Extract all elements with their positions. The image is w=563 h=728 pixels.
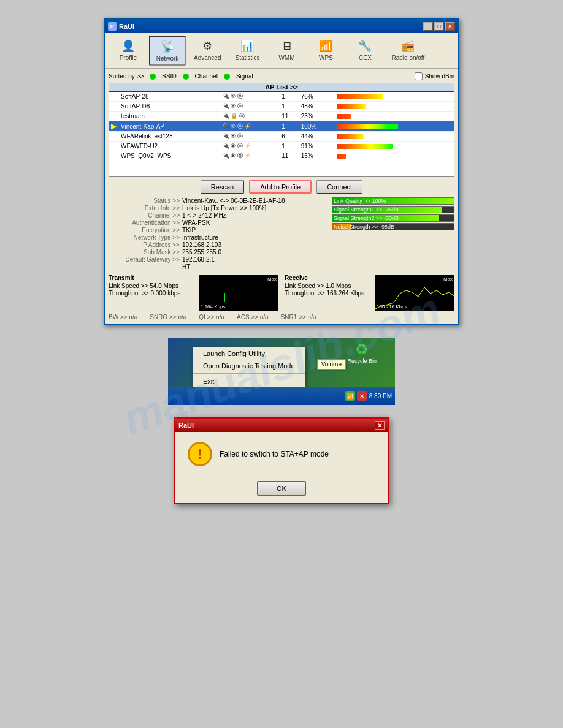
network-content: Sorted by >> SSID Channel Signal Show dB…	[105, 69, 458, 324]
network-type-label: Network Type >>	[109, 234, 182, 241]
subnet-value: 255.255.255.0	[182, 249, 327, 256]
error-dialog-container: RaUI ✕ ! Failed to switch to STA+AP mode…	[174, 417, 389, 504]
radio-icon: 📻	[399, 39, 416, 53]
table-row[interactable]: testroam 🔌 🔒 ⓝ 11 23%	[109, 112, 454, 121]
rescan-button[interactable]: Rescan	[201, 180, 244, 194]
auth-label: Authentication >>	[109, 219, 182, 226]
signal-dot	[224, 74, 230, 80]
ht-value: HT	[182, 264, 327, 270]
radio-tab[interactable]: 📻 Radio on/off	[386, 36, 430, 66]
encryption-label: Encryption >>	[109, 227, 182, 233]
taskbar-section: ♻ Recycle Bin Launch Config Utility Open…	[168, 338, 395, 405]
signal-strength2-bar: Signal Strength2 >> -33dB	[332, 214, 454, 222]
open-diagnostic-item[interactable]: Open Diagnostic Testing Mode	[193, 360, 305, 372]
ap-table-container[interactable]: SoftAP-28 🔌 ⑥ ⓝ 1 76% SoftAP-D8 🔌 ⑥ ⓝ	[109, 91, 454, 177]
show-dbm-checkbox[interactable]	[415, 72, 423, 80]
channel-dot	[183, 74, 189, 80]
signal-cell: 23%	[299, 112, 335, 121]
ssid-cell: SoftAP-D8	[119, 102, 221, 112]
connect-button[interactable]: Connect	[316, 180, 362, 194]
dialog-footer: OK	[175, 476, 388, 503]
extra-info-label: Extra Info >>	[109, 205, 182, 211]
signal-cell: 91%	[299, 142, 335, 151]
signal-cell: 76%	[299, 92, 335, 102]
icons-cell: 🔌 ⑥ ⓝ ⚡	[221, 121, 280, 132]
bw-label: BW >> n/a	[109, 314, 137, 320]
advanced-tab[interactable]: ⚙ Advanced	[188, 36, 226, 66]
profile-tab[interactable]: 👤 Profile	[110, 36, 147, 66]
channel-cell: 1	[280, 92, 299, 102]
tx-chart: Max 1.164 Kbps	[199, 275, 278, 311]
encryption-value: TKIP	[182, 227, 327, 233]
system-tray: 📶 ✕	[345, 391, 367, 401]
icons-cell: 🔌 🔒 ⓝ	[221, 112, 280, 121]
rx-link-speed-value: 1.0 Mbps	[326, 282, 351, 289]
network-tab[interactable]: 📡 Network	[149, 36, 186, 66]
volume-tooltip: Volume	[317, 359, 346, 370]
tray-icon-2[interactable]: ✕	[357, 391, 367, 401]
signal-cell: 48%	[299, 102, 335, 112]
ip-label: IP Address >>	[109, 241, 182, 248]
ssid-cell: WFAWFD-U2	[119, 142, 221, 151]
status-section: Status >> Vincent-Kav.. <-> 00-0E-2E-E1-…	[109, 197, 454, 271]
wmm-tab[interactable]: 🖥 WMM	[268, 36, 305, 66]
warning-icon: !	[188, 442, 212, 466]
table-row-selected[interactable]: ▶ Vincent-Kap-AP 🔌 ⑥ ⓝ ⚡ 1 100%	[109, 121, 454, 132]
ssid-cell: WFARelinkTest123	[119, 132, 221, 142]
dialog-ok-button[interactable]: OK	[257, 481, 306, 496]
profile-icon: 👤	[120, 39, 137, 53]
taskbar-bar: 📶 ✕ 8:30 PM	[168, 387, 395, 405]
wps-icon: 📶	[317, 39, 334, 53]
receive-title: Receive	[285, 275, 369, 281]
icons-cell: 🔌 ⑥ ⓝ ⚡	[221, 142, 280, 151]
channel-value: 1 <-> 2412 MHz	[182, 212, 327, 219]
channel-cell: 1	[280, 102, 299, 112]
tx-throughput-value: 0.000 kbps	[150, 290, 180, 297]
table-row[interactable]: WPS_Q0V2_WPS 🔌 ⑥ ⓝ ⚡ 11 15%	[109, 151, 454, 161]
gateway-value: 192.168.2.1	[182, 256, 327, 263]
icons-cell: 🔌 ⑥ ⓝ	[221, 132, 280, 142]
menu-separator	[193, 373, 305, 374]
signal-cell: 100%	[299, 121, 335, 132]
tx-max-label: Max	[267, 276, 277, 282]
dialog-message: Failed to switch to STA+AP mode	[220, 450, 329, 458]
statistics-tab[interactable]: 📊 Statistics	[229, 36, 266, 66]
maximize-button[interactable]: □	[434, 22, 444, 31]
raui-main-window: R RaUI _ □ ✕ 👤 Profile 📡 Network ⚙ Advan…	[104, 18, 459, 325]
link-quality-bar: Link Quality >> 100%	[332, 197, 454, 205]
wmm-icon: 🖥	[278, 39, 295, 53]
app-icon: R	[108, 22, 117, 31]
add-to-profile-button[interactable]: Add to Profile	[249, 180, 312, 194]
channel-cell: 11	[280, 112, 299, 121]
exit-item[interactable]: Exit	[193, 375, 305, 387]
signal-bar-cell	[335, 92, 454, 102]
dialog-close-button[interactable]: ✕	[375, 421, 385, 430]
context-menu: Launch Config Utility Open Diagnostic Te…	[193, 347, 305, 387]
recycle-bin[interactable]: ♻ Recycle Bin	[347, 341, 377, 364]
advanced-label: Advanced	[194, 55, 221, 61]
rx-throughput: Throughput >> 166.264 Kbps	[285, 290, 369, 297]
tray-icon-1[interactable]: 📶	[345, 391, 355, 401]
wps-tab[interactable]: 📶 WPS	[307, 36, 344, 66]
ccx-tab[interactable]: 🔧 CCX	[347, 36, 383, 66]
launch-config-item[interactable]: Launch Config Utility	[193, 347, 305, 360]
signal-cell: 15%	[299, 151, 335, 161]
signal-bar-cell	[335, 121, 454, 132]
dialog-title: RaUI	[178, 422, 194, 429]
dialog-body: ! Failed to switch to STA+AP mode	[175, 432, 388, 476]
ht-label	[109, 264, 182, 270]
minimize-button[interactable]: _	[423, 22, 433, 31]
table-row[interactable]: WFAWFD-U2 🔌 ⑥ ⓝ ⚡ 1 91%	[109, 142, 454, 151]
wps-label: WPS	[319, 55, 333, 61]
ccx-icon: 🔧	[356, 39, 373, 53]
table-row[interactable]: SoftAP-D8 🔌 ⑥ ⓝ 1 48%	[109, 102, 454, 112]
close-button[interactable]: ✕	[445, 22, 455, 31]
desktop-background: ♻ Recycle Bin Launch Config Utility Open…	[168, 338, 395, 387]
bw-row: BW >> n/a SNRO >> n/a QI >> n/a ACS >> n…	[109, 314, 454, 320]
table-row[interactable]: SoftAP-28 🔌 ⑥ ⓝ 1 76%	[109, 92, 454, 102]
tx-link-speed-label: Link Speed >>	[109, 282, 148, 289]
rx-chart-val: 190.216 Kbps	[377, 304, 407, 309]
table-row[interactable]: WFARelinkTest123 🔌 ⑥ ⓝ 6 44%	[109, 132, 454, 142]
ap-table: SoftAP-28 🔌 ⑥ ⓝ 1 76% SoftAP-D8 🔌 ⑥ ⓝ	[109, 92, 454, 161]
receive-col: Receive Link Speed >> 1.0 Mbps Throughpu…	[285, 275, 369, 311]
